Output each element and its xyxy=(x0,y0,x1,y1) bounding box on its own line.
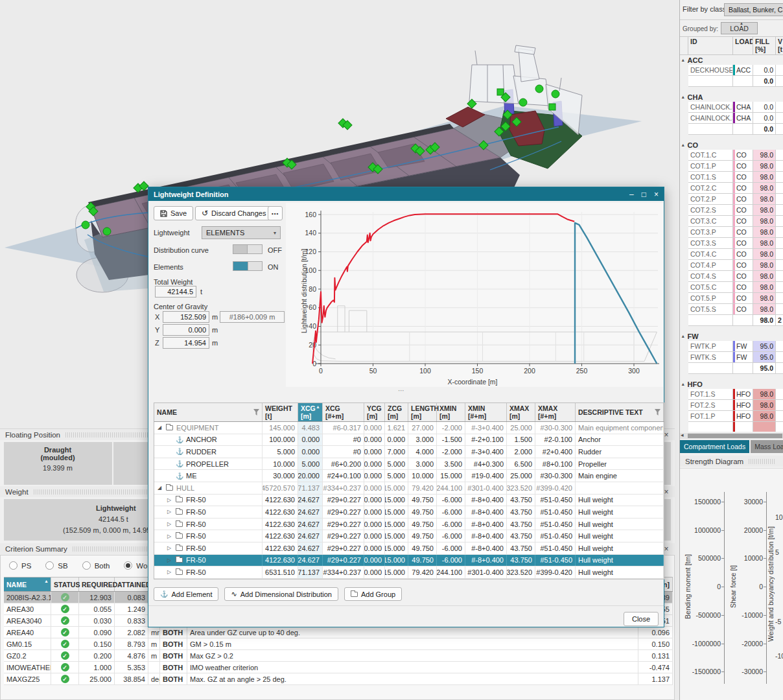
compartment-row-COT.5.P[interactable]: COT.5.PCO98.0 xyxy=(680,293,783,304)
compartment-row-CHAINLOCK.P[interactable]: CHAINLOCK.PCHA0.0 xyxy=(680,102,783,113)
element-row-fr-50[interactable]: ▷FR-504122.63024.627#29+0.2270.00015.000… xyxy=(154,506,664,519)
lightweight-dropdown[interactable]: ELEMENTS ▾ xyxy=(202,226,281,239)
criterion-column-status[interactable]: STATUS xyxy=(51,578,79,591)
column-header[interactable]: NAME xyxy=(154,403,263,421)
compartment-row-COT.4.C[interactable]: COT.4.CCO98.0 xyxy=(680,249,783,260)
close-button[interactable]: Close xyxy=(624,612,659,626)
radio-worst[interactable] xyxy=(124,561,132,570)
discard-changes-button[interactable]: ↺ Discard Changes xyxy=(195,206,272,220)
group-collapse-icon[interactable]: ▴ xyxy=(682,143,684,148)
expander-closed-icon[interactable]: ▷ xyxy=(167,569,176,575)
element-row-fr-50[interactable]: ▷FR-504122.63024.627#29+0.2270.00015.000… xyxy=(154,519,664,531)
splitter-handle[interactable]: ⋯ xyxy=(398,387,405,394)
expander-open-icon[interactable]: ◢ xyxy=(158,425,166,430)
add-element-button[interactable]: ⚓ Add Element xyxy=(154,587,218,601)
expander-closed-icon[interactable]: ▷ xyxy=(167,533,176,539)
compartment-row-COT.1.C[interactable]: COT.1.CCO98.0 xyxy=(680,150,783,161)
distribution-curve-toggle[interactable] xyxy=(233,244,263,254)
scrollbar-thumb[interactable] xyxy=(688,434,782,438)
criterion-row-imoweather[interactable]: IMOWEATHER✓1.0005.353BOTHIMO weather cri… xyxy=(4,662,673,673)
criterion-column-attained[interactable]: ATTAINED xyxy=(115,578,148,591)
criterion-column-required[interactable]: REQUIRED xyxy=(79,578,115,591)
group-collapse-icon[interactable]: ▴ xyxy=(682,58,684,63)
radio-both[interactable] xyxy=(82,561,91,570)
element-row-fr-50[interactable]: ▷FR-504122.63024.627#29+0.2270.00015.000… xyxy=(154,495,664,507)
expander-closed-icon[interactable]: ▷ xyxy=(167,545,176,551)
column-header[interactable]: XMAX[m] xyxy=(507,403,535,421)
tab-compartment-loads[interactable]: Compartment Loads xyxy=(680,440,749,453)
criterion-row-maxgz25[interactable]: MAXGZ25✓25.00038.854degBOTHMax. GZ at an… xyxy=(4,673,673,685)
column-header[interactable]: YCG[m] xyxy=(364,403,385,421)
compartment-row-FOT.2.S[interactable]: FOT.2.SHFO98.0 xyxy=(680,400,783,411)
tab-mass-loads[interactable]: Mass Loads xyxy=(751,440,783,453)
column-header[interactable]: WEIGHT[t] xyxy=(263,403,298,421)
fill-column-header[interactable]: FILL[%] xyxy=(753,36,776,55)
ycg-input[interactable]: 0.000 xyxy=(163,324,209,336)
element-row-fr-50[interactable]: ▷FR-506531.510271.137#334+0.2370.00015.0… xyxy=(154,566,664,579)
compartment-row-COT.2.S[interactable]: COT.2.SCO98.0 xyxy=(680,205,783,216)
scroll-left-icon[interactable]: ◂ xyxy=(681,432,684,438)
expander-open-icon[interactable]: ◢ xyxy=(158,485,166,491)
compartment-row-DECKHOUSE[interactable]: DECKHOUSEACC0.0 xyxy=(680,65,783,76)
compartment-row-CHAINLOCK.S[interactable]: CHAINLOCK.SCHA0.0 xyxy=(680,113,783,124)
compartment-row-COT.4.S[interactable]: COT.4.SCO98.0 xyxy=(680,271,783,282)
group-header-fw[interactable]: ▴FW xyxy=(680,331,783,341)
compartment-row-COT.3.C[interactable]: COT.3.CCO98.0 xyxy=(680,216,783,227)
column-header[interactable]: LENGTH[m] xyxy=(408,403,437,421)
element-row-hull[interactable]: ◢HULL45720.570271.137#334+0.2370.00015.0… xyxy=(154,482,664,495)
maximize-icon[interactable]: □ xyxy=(642,190,646,199)
compartment-row-FWTK.S[interactable]: FWTK.SFW95.0 xyxy=(680,352,783,363)
compartment-row-COT.3.P[interactable]: COT.3.PCO98.0 xyxy=(680,227,783,238)
criterion-row-gz0.2[interactable]: GZ0.2✓0.2004.876mBOTHMax GZ > 0.20.131 xyxy=(4,650,673,662)
xcg-input[interactable]: 152.509 xyxy=(163,311,209,323)
element-row-anchor[interactable]: ⚓ANCHOR100.0000.000#00.0000.0003.000-1.5… xyxy=(154,434,664,447)
group-by-load-button[interactable]: LOAD ▲ xyxy=(721,22,758,34)
expander-closed-icon[interactable]: ▷ xyxy=(167,497,176,503)
compartment-row-COT.1.P[interactable]: COT.1.PCO98.0 xyxy=(680,161,783,172)
compartment-row-COT.3.S[interactable]: COT.3.SCO98.0 xyxy=(680,238,783,249)
criterion-row-gm0.15[interactable]: GM0.15✓0.1508.793mBOTHGM > 0.15 m0.150 xyxy=(4,638,673,650)
id-column-header[interactable]: ID xyxy=(688,36,733,55)
dialog-title-bar[interactable]: Lightweight Definition – □ × xyxy=(148,187,664,201)
expander-closed-icon[interactable]: ▷ xyxy=(167,521,176,527)
element-row-fr-50[interactable]: ▷FR-504122.63024.627#29+0.2270.00015.000… xyxy=(154,542,664,555)
compartment-row-COT.1.S[interactable]: COT.1.SCO98.0 xyxy=(680,172,783,183)
expander-closed-icon[interactable]: ▷ xyxy=(167,557,176,563)
compartment-row-FOT.1.P[interactable]: FOT.1.PHFO98.0 xyxy=(680,411,783,422)
radio-ps[interactable] xyxy=(9,561,18,570)
more-options-button[interactable]: ••• xyxy=(268,206,283,220)
compartment-row-COT.5.S[interactable]: COT.5.SCO98.0 xyxy=(680,304,783,315)
group-header-co[interactable]: ▴CO xyxy=(680,140,783,150)
group-header-hfo[interactable]: ▴HFO xyxy=(680,379,783,389)
expander-closed-icon[interactable]: ▷ xyxy=(167,509,176,515)
volume-column-header[interactable]: V[t xyxy=(776,36,783,55)
element-row-fr-50[interactable]: ▷FR-504122.63024.627#29+0.2270.00015.000… xyxy=(154,530,664,542)
compartment-row-FOT.1.S[interactable]: FOT.1.SHFO98.0 xyxy=(680,389,783,400)
group-header-cha[interactable]: ▴CHA xyxy=(680,92,783,102)
add-group-button[interactable]: Add Group xyxy=(344,587,402,601)
column-header[interactable]: XMIN[#+m] xyxy=(465,403,507,421)
compartment-row-clipped[interactable] xyxy=(680,422,783,432)
load-column-header[interactable]: LOAD xyxy=(733,36,753,55)
close-icon[interactable]: × xyxy=(654,190,659,199)
compartment-row-COT.2.C[interactable]: COT.2.CCO98.0 xyxy=(680,183,783,194)
column-header[interactable]: XMIN[m] xyxy=(437,403,465,421)
column-header[interactable]: XCG[#+m] xyxy=(323,403,364,421)
zcg-input[interactable]: 14.954 xyxy=(163,337,209,349)
column-header[interactable]: DESCRIPTIVE TEXT xyxy=(576,403,664,421)
group-collapse-icon[interactable]: ▴ xyxy=(682,382,684,387)
horizontal-scrollbar[interactable]: ◂ xyxy=(680,433,783,439)
total-weight-input[interactable]: 42144.5 xyxy=(155,286,196,298)
element-row-fr-50[interactable]: ▷FR-504122.63024.627#29+0.2270.00015.000… xyxy=(154,555,664,567)
compartment-row-FWTK.P[interactable]: FWTK.PFW95.0 xyxy=(680,341,783,352)
x-frame-input[interactable]: #186+0.009 m xyxy=(220,311,285,323)
compartment-row-COT.2.P[interactable]: COT.2.PCO98.0 xyxy=(680,194,783,205)
column-header[interactable]: XCG[m]▲ xyxy=(298,403,323,421)
group-collapse-icon[interactable]: ▴ xyxy=(682,334,684,339)
element-row-me[interactable]: ⚓ME30.00020.000#24+0.1000.0005.00010.000… xyxy=(154,470,664,482)
group-collapse-icon[interactable]: ▴ xyxy=(682,95,684,100)
column-header[interactable]: XMAX[#+m] xyxy=(535,403,576,421)
elements-toggle[interactable] xyxy=(233,261,263,271)
compartment-row-COT.4.P[interactable]: COT.4.PCO98.0 xyxy=(680,260,783,271)
element-row-equipment[interactable]: ◢EQUIPMENT145.0004.483#6-0.3170.0001.621… xyxy=(154,422,664,434)
